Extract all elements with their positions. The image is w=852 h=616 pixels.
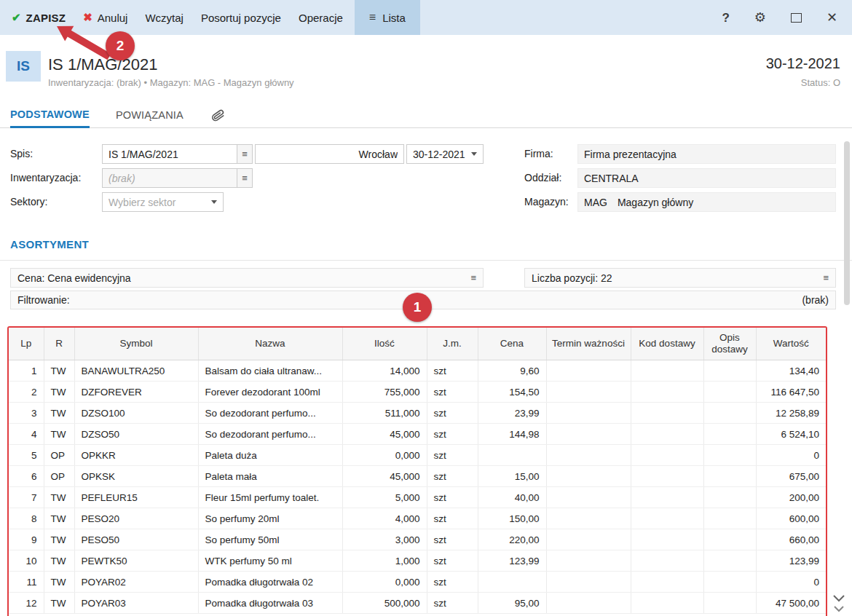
table-cell: 12 258,89: [756, 403, 826, 424]
table-row[interactable]: 7TWPEFLEUR15Fleur 15ml perfumy toalet.5,…: [9, 487, 826, 508]
table-cell: 40,00: [478, 487, 546, 508]
price-type-row[interactable]: Cena: Cena ewidencyjna ≡: [10, 268, 484, 288]
table-cell: 5,000: [342, 487, 427, 508]
close-icon[interactable]: ✕: [827, 11, 837, 24]
table-cell: [703, 550, 756, 572]
table-cell: DZSO50: [74, 424, 198, 445]
column-header[interactable]: Nazwa: [198, 328, 342, 360]
vertical-scrollbar[interactable]: [844, 141, 850, 305]
save-button-label: ZAPISZ: [26, 12, 66, 24]
filter-value: (brak): [802, 294, 829, 306]
table-cell: 1,000: [342, 550, 427, 572]
document-subtitle: Inwentaryzacja: (brak) • Magazyn: MAG - …: [48, 77, 294, 88]
column-header[interactable]: Lp: [9, 328, 44, 360]
table-cell: 134,40: [756, 360, 826, 382]
table-cell: Forever dezodorant 100ml: [198, 382, 342, 403]
table-cell: TW: [44, 424, 74, 445]
gear-icon[interactable]: ⚙: [754, 11, 766, 24]
table-cell: [703, 466, 756, 487]
column-header[interactable]: Symbol: [74, 328, 198, 360]
list-button-label: Lista: [382, 12, 406, 24]
operations-button[interactable]: Operacje: [290, 0, 352, 35]
table-row[interactable]: 6OPOPKSKPaleta mała45,000szt15,00675,00: [9, 466, 826, 487]
table-row[interactable]: 3TWDZSO100So dezodorant perfumo...511,00…: [9, 403, 826, 424]
table-cell: 4: [9, 424, 44, 445]
column-header[interactable]: Termin ważności: [546, 328, 631, 360]
document-date-select[interactable]: 30-12-2021: [406, 144, 484, 164]
save-button[interactable]: ✔ ZAPISZ: [0, 0, 74, 35]
inwentaryzacja-input[interactable]: (brak): [102, 168, 237, 188]
sektory-select[interactable]: Wybierz sektor: [102, 192, 224, 212]
column-header[interactable]: Cena: [478, 328, 546, 360]
oddzial-label: Oddział:: [524, 172, 561, 183]
sort-items-button[interactable]: Posortuj pozycje: [192, 0, 290, 35]
sektory-placeholder: Wybierz sektor: [109, 197, 175, 208]
tab-podstawowe[interactable]: PODSTAWOWE: [10, 103, 90, 128]
table-cell: So perfumy 50ml: [198, 529, 342, 550]
annotation-step-1-badge: 1: [403, 293, 432, 322]
table-cell: [703, 424, 756, 445]
column-header[interactable]: R: [44, 328, 74, 360]
table-cell: 7: [9, 487, 44, 508]
table-cell: PESO50: [74, 529, 198, 550]
table-cell: [546, 572, 631, 593]
spis-label: Spis:: [10, 148, 33, 159]
table-cell: [631, 360, 703, 382]
column-header[interactable]: Wartość: [756, 328, 826, 360]
table-row[interactable]: 1TWBANAWULTRA250Balsam do ciała ultranaw…: [9, 360, 826, 382]
table-cell: [703, 403, 756, 424]
table-cell: POYAR02: [74, 572, 198, 593]
table-row[interactable]: 10TWPEWTK50WTK perfumy 50 ml1,000szt123,…: [9, 550, 826, 572]
table-cell: [478, 572, 546, 593]
table-cell: OPKKR: [74, 445, 198, 466]
table-cell: 15,00: [478, 466, 546, 487]
spis-input[interactable]: [102, 144, 237, 164]
load-button[interactable]: Wczytaj: [136, 0, 192, 35]
list-button[interactable]: ≡ Lista: [355, 0, 420, 35]
column-header[interactable]: Ilość: [342, 328, 427, 360]
table-cell: Paleta duża: [198, 445, 342, 466]
table-row[interactable]: 5OPOPKKRPaleta duża0,000szt0: [9, 445, 826, 466]
items-count-row[interactable]: Liczba pozycji: 22 ≡: [524, 268, 836, 288]
paperclip-icon[interactable]: [210, 103, 226, 127]
column-header[interactable]: Opis dostawy: [703, 328, 756, 360]
items-count-menu-icon[interactable]: ≡: [823, 272, 829, 283]
spis-picker-button[interactable]: ≡: [237, 144, 253, 164]
table-cell: [631, 572, 703, 593]
filter-label: Filtrowanie:: [17, 294, 70, 306]
table-row[interactable]: 9TWPESO50So perfumy 50ml3,000szt220,0066…: [9, 529, 826, 550]
table-cell: Paleta mała: [198, 466, 342, 487]
inwentaryzacja-picker-button[interactable]: ≡: [237, 168, 253, 188]
table-cell: [546, 550, 631, 572]
asortyment-section-title: ASORTYMENT: [10, 238, 89, 250]
column-header[interactable]: Kod dostawy: [631, 328, 703, 360]
maximize-icon[interactable]: [791, 13, 802, 23]
table-cell: 200,00: [756, 487, 826, 508]
table-row[interactable]: 12TWPOYAR03Pomadka długotrwała 03500,000…: [9, 593, 826, 614]
tab-powiazania[interactable]: POWIĄZANIA: [116, 103, 184, 127]
table-row[interactable]: 4TWDZSO50So dezodorant perfumo...45,000s…: [9, 424, 826, 445]
table-cell: OP: [44, 445, 74, 466]
toolbar: ✔ ZAPISZ ✖ Anuluj Wczytaj Posortuj pozyc…: [0, 0, 852, 35]
table-cell: Pomadka długotrwała 03: [198, 593, 342, 614]
scroll-down-button[interactable]: [830, 591, 848, 615]
document-date: 30-12-2021: [766, 55, 840, 72]
document-type-badge: IS: [6, 51, 41, 82]
table-row[interactable]: 2TWDZFOREVERForever dezodorant 100ml755,…: [9, 382, 826, 403]
table-cell: 660,00: [756, 529, 826, 550]
table-cell: 511,000: [342, 403, 427, 424]
table-cell: [631, 445, 703, 466]
city-input[interactable]: [255, 144, 404, 164]
cancel-button[interactable]: ✖ Anuluj: [74, 0, 136, 35]
inwentaryzacja-label: Inwentaryzacja:: [10, 172, 81, 183]
help-icon[interactable]: ?: [722, 12, 729, 24]
table-row[interactable]: 8TWPESO20So perfumy 20ml4,000szt150,0060…: [9, 508, 826, 529]
table-cell: [546, 382, 631, 403]
column-header[interactable]: J.m.: [427, 328, 478, 360]
table-row[interactable]: 11TWPOYAR02Pomadka długotrwała 020,000sz…: [9, 572, 826, 593]
annotation-step-2-badge: 2: [106, 31, 135, 60]
table-cell: 9,60: [478, 360, 546, 382]
page-title: IS 1/MAG/2021: [48, 55, 157, 74]
price-type-menu-icon[interactable]: ≡: [470, 272, 476, 283]
table-cell: szt: [427, 508, 478, 529]
